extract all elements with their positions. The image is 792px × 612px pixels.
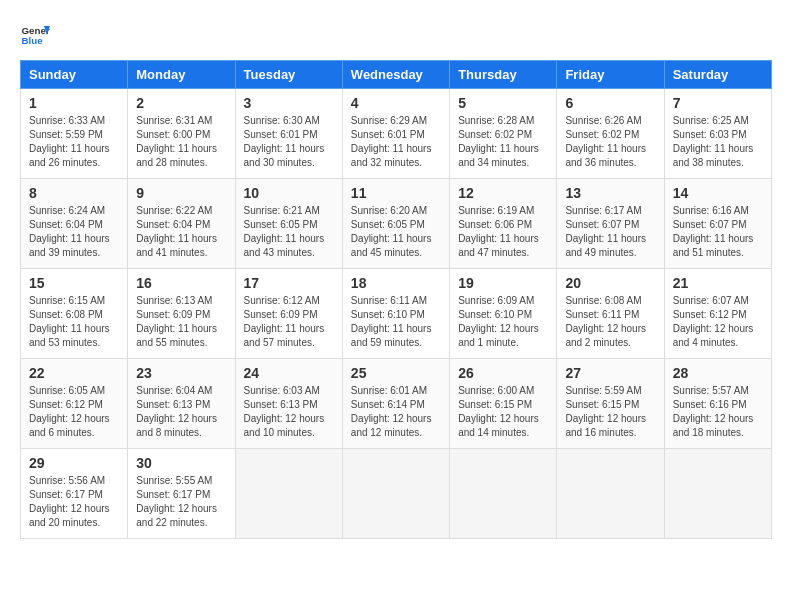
calendar-day-cell: 5 Sunrise: 6:28 AMSunset: 6:02 PMDayligh… bbox=[450, 89, 557, 179]
day-number: 17 bbox=[244, 275, 334, 291]
calendar-body: 1 Sunrise: 6:33 AMSunset: 5:59 PMDayligh… bbox=[21, 89, 772, 539]
day-number: 23 bbox=[136, 365, 226, 381]
calendar-day-cell: 7 Sunrise: 6:25 AMSunset: 6:03 PMDayligh… bbox=[664, 89, 771, 179]
day-info: Sunrise: 6:22 AMSunset: 6:04 PMDaylight:… bbox=[136, 204, 226, 260]
calendar-day-cell: 28 Sunrise: 5:57 AMSunset: 6:16 PMDaylig… bbox=[664, 359, 771, 449]
day-info: Sunrise: 5:56 AMSunset: 6:17 PMDaylight:… bbox=[29, 474, 119, 530]
calendar-table: SundayMondayTuesdayWednesdayThursdayFrid… bbox=[20, 60, 772, 539]
logo-icon: General Blue bbox=[20, 20, 50, 50]
calendar-header-monday: Monday bbox=[128, 61, 235, 89]
day-info: Sunrise: 6:24 AMSunset: 6:04 PMDaylight:… bbox=[29, 204, 119, 260]
calendar-day-cell: 22 Sunrise: 6:05 AMSunset: 6:12 PMDaylig… bbox=[21, 359, 128, 449]
day-number: 19 bbox=[458, 275, 548, 291]
calendar-day-cell: 18 Sunrise: 6:11 AMSunset: 6:10 PMDaylig… bbox=[342, 269, 449, 359]
calendar-week-row: 8 Sunrise: 6:24 AMSunset: 6:04 PMDayligh… bbox=[21, 179, 772, 269]
day-number: 29 bbox=[29, 455, 119, 471]
logo: General Blue bbox=[20, 20, 50, 50]
calendar-day-cell: 25 Sunrise: 6:01 AMSunset: 6:14 PMDaylig… bbox=[342, 359, 449, 449]
calendar-day-cell: 4 Sunrise: 6:29 AMSunset: 6:01 PMDayligh… bbox=[342, 89, 449, 179]
calendar-day-cell: 15 Sunrise: 6:15 AMSunset: 6:08 PMDaylig… bbox=[21, 269, 128, 359]
svg-text:Blue: Blue bbox=[22, 35, 44, 46]
day-info: Sunrise: 6:20 AMSunset: 6:05 PMDaylight:… bbox=[351, 204, 441, 260]
calendar-day-cell: 21 Sunrise: 6:07 AMSunset: 6:12 PMDaylig… bbox=[664, 269, 771, 359]
calendar-week-row: 22 Sunrise: 6:05 AMSunset: 6:12 PMDaylig… bbox=[21, 359, 772, 449]
day-number: 26 bbox=[458, 365, 548, 381]
day-info: Sunrise: 6:15 AMSunset: 6:08 PMDaylight:… bbox=[29, 294, 119, 350]
day-info: Sunrise: 5:55 AMSunset: 6:17 PMDaylight:… bbox=[136, 474, 226, 530]
day-number: 11 bbox=[351, 185, 441, 201]
calendar-day-cell: 20 Sunrise: 6:08 AMSunset: 6:11 PMDaylig… bbox=[557, 269, 664, 359]
calendar-day-cell: 12 Sunrise: 6:19 AMSunset: 6:06 PMDaylig… bbox=[450, 179, 557, 269]
day-info: Sunrise: 6:09 AMSunset: 6:10 PMDaylight:… bbox=[458, 294, 548, 350]
day-info: Sunrise: 6:30 AMSunset: 6:01 PMDaylight:… bbox=[244, 114, 334, 170]
day-number: 27 bbox=[565, 365, 655, 381]
day-number: 1 bbox=[29, 95, 119, 111]
day-number: 2 bbox=[136, 95, 226, 111]
day-info: Sunrise: 6:28 AMSunset: 6:02 PMDaylight:… bbox=[458, 114, 548, 170]
day-number: 30 bbox=[136, 455, 226, 471]
day-number: 22 bbox=[29, 365, 119, 381]
calendar-day-cell: 9 Sunrise: 6:22 AMSunset: 6:04 PMDayligh… bbox=[128, 179, 235, 269]
calendar-day-cell: 6 Sunrise: 6:26 AMSunset: 6:02 PMDayligh… bbox=[557, 89, 664, 179]
calendar-day-cell: 14 Sunrise: 6:16 AMSunset: 6:07 PMDaylig… bbox=[664, 179, 771, 269]
calendar-day-cell: 26 Sunrise: 6:00 AMSunset: 6:15 PMDaylig… bbox=[450, 359, 557, 449]
calendar-day-cell bbox=[450, 449, 557, 539]
calendar-day-cell: 27 Sunrise: 5:59 AMSunset: 6:15 PMDaylig… bbox=[557, 359, 664, 449]
day-info: Sunrise: 6:04 AMSunset: 6:13 PMDaylight:… bbox=[136, 384, 226, 440]
calendar-day-cell: 3 Sunrise: 6:30 AMSunset: 6:01 PMDayligh… bbox=[235, 89, 342, 179]
day-number: 20 bbox=[565, 275, 655, 291]
calendar-day-cell bbox=[664, 449, 771, 539]
day-info: Sunrise: 6:03 AMSunset: 6:13 PMDaylight:… bbox=[244, 384, 334, 440]
day-info: Sunrise: 6:25 AMSunset: 6:03 PMDaylight:… bbox=[673, 114, 763, 170]
calendar-day-cell: 17 Sunrise: 6:12 AMSunset: 6:09 PMDaylig… bbox=[235, 269, 342, 359]
calendar-header-tuesday: Tuesday bbox=[235, 61, 342, 89]
day-info: Sunrise: 6:00 AMSunset: 6:15 PMDaylight:… bbox=[458, 384, 548, 440]
day-number: 9 bbox=[136, 185, 226, 201]
calendar-day-cell bbox=[235, 449, 342, 539]
page-header: General Blue bbox=[20, 20, 772, 50]
day-info: Sunrise: 6:16 AMSunset: 6:07 PMDaylight:… bbox=[673, 204, 763, 260]
calendar-header-sunday: Sunday bbox=[21, 61, 128, 89]
calendar-week-row: 1 Sunrise: 6:33 AMSunset: 5:59 PMDayligh… bbox=[21, 89, 772, 179]
day-info: Sunrise: 6:26 AMSunset: 6:02 PMDaylight:… bbox=[565, 114, 655, 170]
day-number: 25 bbox=[351, 365, 441, 381]
day-number: 7 bbox=[673, 95, 763, 111]
calendar-day-cell: 29 Sunrise: 5:56 AMSunset: 6:17 PMDaylig… bbox=[21, 449, 128, 539]
day-info: Sunrise: 6:17 AMSunset: 6:07 PMDaylight:… bbox=[565, 204, 655, 260]
day-number: 10 bbox=[244, 185, 334, 201]
day-info: Sunrise: 6:29 AMSunset: 6:01 PMDaylight:… bbox=[351, 114, 441, 170]
calendar-day-cell: 11 Sunrise: 6:20 AMSunset: 6:05 PMDaylig… bbox=[342, 179, 449, 269]
day-number: 14 bbox=[673, 185, 763, 201]
calendar-header-row: SundayMondayTuesdayWednesdayThursdayFrid… bbox=[21, 61, 772, 89]
day-info: Sunrise: 5:59 AMSunset: 6:15 PMDaylight:… bbox=[565, 384, 655, 440]
day-info: Sunrise: 6:19 AMSunset: 6:06 PMDaylight:… bbox=[458, 204, 548, 260]
day-info: Sunrise: 6:31 AMSunset: 6:00 PMDaylight:… bbox=[136, 114, 226, 170]
day-number: 18 bbox=[351, 275, 441, 291]
day-number: 24 bbox=[244, 365, 334, 381]
day-number: 15 bbox=[29, 275, 119, 291]
day-info: Sunrise: 6:21 AMSunset: 6:05 PMDaylight:… bbox=[244, 204, 334, 260]
calendar-day-cell: 8 Sunrise: 6:24 AMSunset: 6:04 PMDayligh… bbox=[21, 179, 128, 269]
calendar-day-cell: 13 Sunrise: 6:17 AMSunset: 6:07 PMDaylig… bbox=[557, 179, 664, 269]
day-number: 4 bbox=[351, 95, 441, 111]
day-info: Sunrise: 6:13 AMSunset: 6:09 PMDaylight:… bbox=[136, 294, 226, 350]
day-info: Sunrise: 6:05 AMSunset: 6:12 PMDaylight:… bbox=[29, 384, 119, 440]
day-number: 13 bbox=[565, 185, 655, 201]
day-number: 6 bbox=[565, 95, 655, 111]
calendar-header-friday: Friday bbox=[557, 61, 664, 89]
calendar-day-cell: 2 Sunrise: 6:31 AMSunset: 6:00 PMDayligh… bbox=[128, 89, 235, 179]
day-number: 21 bbox=[673, 275, 763, 291]
day-info: Sunrise: 6:01 AMSunset: 6:14 PMDaylight:… bbox=[351, 384, 441, 440]
calendar-day-cell: 23 Sunrise: 6:04 AMSunset: 6:13 PMDaylig… bbox=[128, 359, 235, 449]
day-number: 3 bbox=[244, 95, 334, 111]
calendar-day-cell: 1 Sunrise: 6:33 AMSunset: 5:59 PMDayligh… bbox=[21, 89, 128, 179]
day-number: 16 bbox=[136, 275, 226, 291]
calendar-header-thursday: Thursday bbox=[450, 61, 557, 89]
calendar-week-row: 29 Sunrise: 5:56 AMSunset: 6:17 PMDaylig… bbox=[21, 449, 772, 539]
calendar-header-saturday: Saturday bbox=[664, 61, 771, 89]
day-info: Sunrise: 5:57 AMSunset: 6:16 PMDaylight:… bbox=[673, 384, 763, 440]
calendar-day-cell: 30 Sunrise: 5:55 AMSunset: 6:17 PMDaylig… bbox=[128, 449, 235, 539]
day-info: Sunrise: 6:11 AMSunset: 6:10 PMDaylight:… bbox=[351, 294, 441, 350]
calendar-week-row: 15 Sunrise: 6:15 AMSunset: 6:08 PMDaylig… bbox=[21, 269, 772, 359]
calendar-day-cell: 24 Sunrise: 6:03 AMSunset: 6:13 PMDaylig… bbox=[235, 359, 342, 449]
